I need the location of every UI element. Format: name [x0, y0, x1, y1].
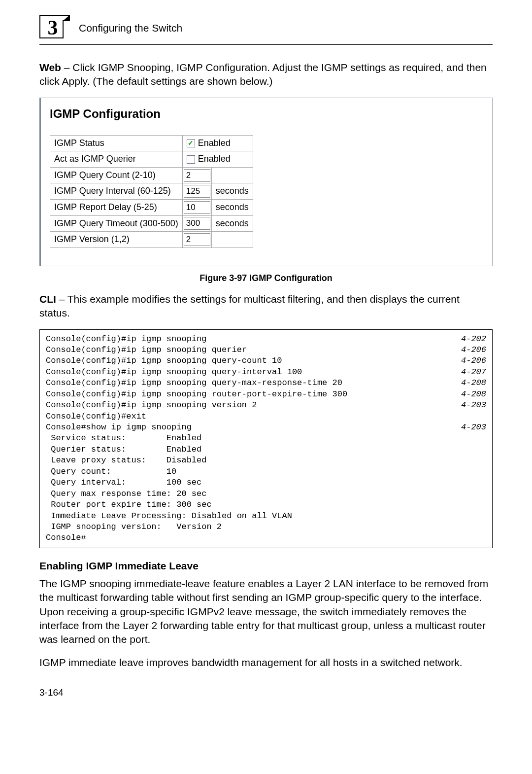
- cli-text: Immediate Leave Processing: Disabled on …: [46, 511, 292, 522]
- cli-line: Query interval: 100 sec: [46, 477, 486, 488]
- cli-text: Query max response time: 20 sec: [46, 489, 206, 499]
- page-number: 3-164: [39, 687, 493, 698]
- svg-text:3: 3: [48, 16, 58, 38]
- label-query-interval: IGMP Query Interval (60-125): [50, 183, 183, 200]
- cli-page-ref: 4-202: [461, 334, 486, 345]
- cli-page-ref: 4-206: [461, 345, 486, 355]
- cli-line: Console(config)#ip igmp snooping query-i…: [46, 367, 486, 378]
- cli-page-ref: 4-203: [461, 400, 486, 411]
- config-table: IGMP Status Enabled Act as IGMP Querier …: [50, 135, 253, 248]
- web-intro-lead: Web: [39, 62, 61, 73]
- cli-text: Console(config)#ip igmp snooping query-m…: [46, 378, 342, 388]
- panel-divider: [50, 124, 483, 124]
- cli-listing: Console(config)#ip igmp snooping4-202Con…: [39, 329, 493, 548]
- cli-line: Console(config)#ip igmp snooping router-…: [46, 389, 486, 400]
- web-intro-paragraph: Web – Click IGMP Snooping, IGMP Configur…: [39, 61, 493, 89]
- cli-text: Console(config)#ip igmp snooping querier: [46, 345, 247, 355]
- row-igmp-version: IGMP Version (1,2): [50, 232, 253, 248]
- cli-page-ref: 4-207: [461, 367, 486, 378]
- subsection-para1: The IGMP snooping immediate-leave featur…: [39, 577, 493, 647]
- cli-text: IGMP snooping version: Version 2: [46, 522, 222, 532]
- label-query-count: IGMP Query Count (2-10): [50, 167, 183, 183]
- cli-page-ref: 4-208: [461, 389, 486, 400]
- subsection-para2: IGMP immediate leave improves bandwidth …: [39, 656, 493, 669]
- config-panel: IGMP Configuration IGMP Status Enabled A…: [39, 98, 493, 266]
- cli-line: Leave proxy status: Disabled: [46, 455, 486, 466]
- cli-page-ref: 4-203: [461, 422, 486, 433]
- row-query-timeout: IGMP Query Timeout (300-500) seconds: [50, 215, 253, 232]
- row-igmp-querier: Act as IGMP Querier Enabled: [50, 151, 253, 168]
- cli-intro-paragraph: CLI – This example modifies the settings…: [39, 292, 493, 320]
- cli-text: Console(config)#ip igmp snooping version…: [46, 400, 257, 411]
- chapter-number-icon: 3: [39, 15, 70, 38]
- checkbox-igmp-querier[interactable]: [187, 155, 195, 164]
- cli-text: Console(config)#ip igmp snooping: [46, 334, 206, 345]
- cli-page-ref: 4-206: [461, 355, 486, 366]
- cli-text: Console(config)#ip igmp snooping query-i…: [46, 367, 302, 378]
- cli-line: Console(config)#exit: [46, 411, 486, 422]
- row-query-count: IGMP Query Count (2-10): [50, 167, 253, 183]
- unit-seconds: seconds: [211, 200, 253, 216]
- page-header: 3 Configuring the Switch: [39, 15, 493, 45]
- cli-text: Query interval: 100 sec: [46, 477, 201, 488]
- input-igmp-version[interactable]: [184, 233, 210, 246]
- cli-text: Router port expire time: 300 sec: [46, 499, 212, 510]
- cli-line: Console#show ip igmp snooping4-203: [46, 422, 486, 433]
- cell-igmp-status: Enabled: [182, 135, 253, 151]
- cli-line: IGMP snooping version: Version 2: [46, 522, 486, 532]
- input-report-delay[interactable]: [184, 201, 210, 214]
- cli-intro-rest: – This example modifies the settings for…: [39, 293, 460, 318]
- web-intro-rest: – Click IGMP Snooping, IGMP Configuratio…: [39, 62, 487, 87]
- label-igmp-status: IGMP Status: [50, 135, 183, 151]
- subsection-title: Enabling IGMP Immediate Leave: [39, 560, 493, 572]
- cli-text: Service status: Enabled: [46, 433, 201, 444]
- unit-empty: [211, 167, 253, 183]
- cli-line: Service status: Enabled: [46, 433, 486, 444]
- cli-text: Console(config)#exit: [46, 411, 146, 422]
- cell-igmp-querier: Enabled: [182, 151, 253, 168]
- cli-page-ref: 4-208: [461, 378, 486, 388]
- checkbox-label-enabled: Enabled: [198, 154, 231, 165]
- cli-line: Router port expire time: 300 sec: [46, 499, 486, 510]
- cli-text: Console#: [46, 532, 86, 543]
- cli-line: Console(config)#ip igmp snooping version…: [46, 400, 486, 411]
- checkbox-igmp-status[interactable]: [187, 139, 195, 147]
- cli-line: Console(config)#ip igmp snooping querier…: [46, 345, 486, 355]
- cli-text: Console(config)#ip igmp snooping router-…: [46, 389, 347, 400]
- cli-line: Query max response time: 20 sec: [46, 489, 486, 499]
- section-title: Configuring the Switch: [79, 22, 182, 34]
- row-query-interval: IGMP Query Interval (60-125) seconds: [50, 183, 253, 200]
- cli-intro-lead: CLI: [39, 293, 56, 305]
- unit-empty: [211, 232, 253, 248]
- cli-line: Console(config)#ip igmp snooping query-m…: [46, 378, 486, 388]
- unit-seconds: seconds: [211, 183, 253, 200]
- checkbox-label-enabled: Enabled: [198, 138, 231, 149]
- document-page: 3 Configuring the Switch Web – Click IGM…: [0, 0, 532, 718]
- label-report-delay: IGMP Report Delay (5-25): [50, 200, 183, 216]
- label-igmp-version: IGMP Version (1,2): [50, 232, 183, 248]
- input-query-timeout[interactable]: [184, 217, 210, 230]
- figure-wrapper: IGMP Configuration IGMP Status Enabled A…: [39, 98, 493, 283]
- cli-text: Console#show ip igmp snooping: [46, 422, 192, 433]
- label-query-timeout: IGMP Query Timeout (300-500): [50, 215, 183, 232]
- row-igmp-status: IGMP Status Enabled: [50, 135, 253, 151]
- cli-text: Querier status: Enabled: [46, 444, 201, 455]
- cli-text: Console(config)#ip igmp snooping query-c…: [46, 355, 282, 366]
- cli-line: Console(config)#ip igmp snooping4-202: [46, 334, 486, 345]
- cli-line: Query count: 10: [46, 466, 486, 477]
- input-query-count[interactable]: [184, 169, 210, 182]
- figure-caption: Figure 3-97 IGMP Configuration: [39, 273, 493, 283]
- row-report-delay: IGMP Report Delay (5-25) seconds: [50, 200, 253, 216]
- unit-seconds: seconds: [211, 215, 253, 232]
- input-query-interval[interactable]: [184, 185, 210, 198]
- cli-text: Leave proxy status: Disabled: [46, 455, 206, 466]
- cli-line: Console#: [46, 532, 486, 543]
- label-igmp-querier: Act as IGMP Querier: [50, 151, 183, 168]
- cli-text: Query count: 10: [46, 466, 176, 477]
- config-panel-title: IGMP Configuration: [50, 107, 483, 121]
- cli-line: Console(config)#ip igmp snooping query-c…: [46, 355, 486, 366]
- cli-line: Querier status: Enabled: [46, 444, 486, 455]
- cli-line: Immediate Leave Processing: Disabled on …: [46, 511, 486, 522]
